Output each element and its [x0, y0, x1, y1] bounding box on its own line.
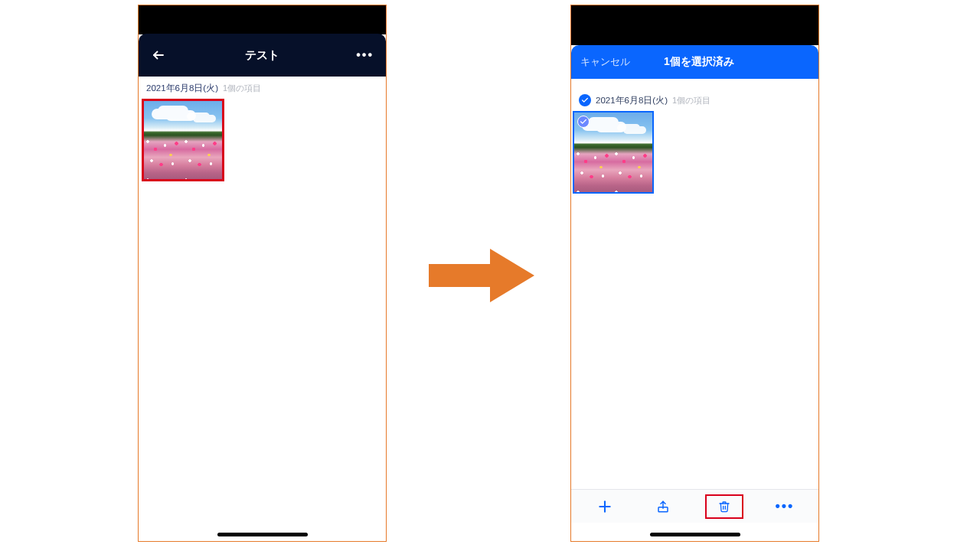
back-button[interactable]	[151, 47, 166, 63]
phone-screen-before: テスト ••• 2021年6月8日(火) 1個の項目	[138, 5, 387, 542]
selection-count-title: 1個を選択済み	[664, 55, 734, 69]
section-select-checkmark-icon[interactable]	[579, 94, 591, 106]
status-bar-notch	[571, 5, 818, 45]
cancel-button[interactable]: キャンセル	[580, 55, 630, 69]
share-button[interactable]	[646, 494, 680, 519]
item-count-label: 1個の項目	[223, 83, 261, 94]
action-toolbar: •••	[571, 489, 818, 523]
status-bar-notch	[139, 5, 386, 34]
home-indicator[interactable]	[650, 533, 740, 536]
more-button[interactable]: •••	[768, 494, 802, 519]
date-label: 2021年6月8日(火)	[596, 95, 668, 106]
home-indicator[interactable]	[217, 533, 308, 536]
more-button[interactable]: •••	[356, 48, 374, 62]
date-section-header[interactable]: 2021年6月8日(火) 1個の項目	[571, 88, 818, 109]
photo-thumbnail[interactable]	[142, 99, 224, 181]
phone-screen-after: キャンセル 1個を選択済み 2021年6月8日(火) 1個の項目 •••	[570, 5, 819, 542]
photo-thumbnail-selected[interactable]	[573, 111, 654, 194]
add-button[interactable]	[588, 494, 622, 519]
selection-header: キャンセル 1個を選択済み	[571, 45, 818, 79]
date-section-header: 2021年6月8日(火) 1個の項目	[139, 77, 386, 97]
transition-arrow-icon	[429, 245, 536, 306]
photo-thumbnail-image	[144, 101, 222, 179]
selected-checkmark-icon	[577, 116, 590, 128]
delete-button[interactable]	[705, 494, 743, 519]
album-header: テスト •••	[139, 34, 386, 77]
svg-marker-1	[429, 249, 534, 302]
date-label: 2021年6月8日(火)	[146, 83, 218, 94]
album-title: テスト	[139, 48, 386, 63]
item-count-label: 1個の項目	[672, 95, 710, 106]
